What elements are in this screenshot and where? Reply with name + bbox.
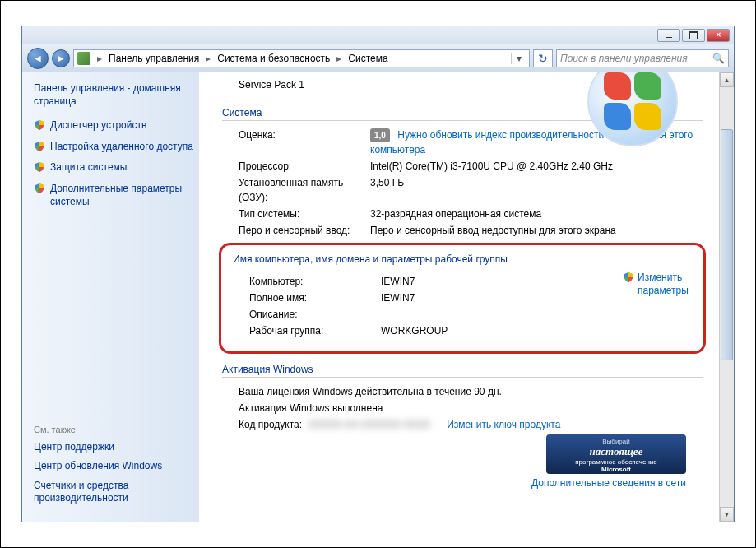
breadcrumb-sep: ▸ [206,53,211,64]
shield-icon [34,161,45,173]
scroll-down-button[interactable]: ▼ [720,507,734,522]
sidebar-see-also: См. также Центр поддержки Центр обновлен… [34,407,194,512]
genuine-software-banner[interactable]: Выбирай настоящее программное обеспечени… [546,434,686,474]
pen-touch-row: Перо и сенсорный ввод: Перо и сенсорный … [239,223,703,238]
product-key-label: Код продукта: [239,417,302,432]
workgroup-row: Рабочая группа: WORKGROUP [249,323,692,338]
address-bar[interactable]: ▸ Панель управления ▸ Система и безопасн… [73,49,530,67]
pen-touch-label: Перо и сенсорный ввод: [239,223,370,238]
activation-header: Активация Windows [222,364,703,378]
forward-button[interactable]: ► [52,49,70,67]
search-placeholder: Поиск в панели управления [560,53,688,64]
scroll-track[interactable] [720,87,734,507]
product-key-row: Код продукта: XXXXX-XX-XXXXXX-XXXX Измен… [239,417,703,432]
description-row: Описание: [249,307,692,322]
ram-row: Установленная память (ОЗУ): 3,50 ГБ [239,175,703,205]
sidebar: Панель управления - домашняя страница Ди… [22,72,199,522]
search-input[interactable]: Поиск в панели управления 🔍 [556,49,729,67]
window-frame: ◄ ► ▸ Панель управления ▸ Система и безо… [0,0,756,548]
change-key-link[interactable]: Изменить ключ продукта [447,417,560,432]
computer-label: Компьютер: [249,274,381,289]
control-panel-window: ◄ ► ▸ Панель управления ▸ Система и безо… [21,26,735,522]
license-row: Ваша лицензия Windows действительна в те… [239,384,703,399]
more-info-online-link[interactable]: Дополнительные сведения в сети [531,477,686,489]
breadcrumb-level2[interactable]: Система [348,53,387,64]
fullname-label: Полное имя: [249,290,381,305]
workgroup-value: WORKGROUP [381,323,692,338]
close-button[interactable] [707,29,730,42]
pen-touch-value: Перо и сенсорный ввод недоступны для это… [370,223,703,238]
main-content: Service Pack 1 Система Оценка: 1,0 Нужно… [199,72,719,522]
activation-status-row: Активация Windows выполнена [239,401,703,416]
windows-logo [587,72,686,155]
breadcrumb-root[interactable]: Панель управления [109,53,199,64]
address-dropdown[interactable]: ▾ [511,53,526,64]
computer-name-section-highlight: Имя компьютера, имя домена и параметры р… [219,243,706,354]
description-label: Описание: [249,307,381,322]
shield-icon [34,141,45,152]
sidebar-link-system-protection[interactable]: Защита системы [34,161,194,174]
maximize-button[interactable] [682,29,705,42]
scroll-thumb[interactable] [721,129,733,360]
system-type-value: 32-разрядная операционная система [370,207,703,221]
activation-status: Активация Windows выполнена [239,401,703,416]
sidebar-link-device-manager[interactable]: Диспетчер устройств [34,119,194,132]
breadcrumb-level1[interactable]: Система и безопасность [217,53,330,64]
shield-icon [623,272,634,283]
change-settings-link[interactable]: Изменить параметры [623,272,689,297]
breadcrumb-sep: ▸ [336,53,341,64]
control-panel-icon [77,52,90,65]
processor-label: Процессор: [239,159,370,174]
workgroup-label: Рабочая группа: [249,323,381,338]
description-value [381,307,692,322]
back-button[interactable]: ◄ [27,48,49,69]
minimize-button[interactable] [657,29,680,42]
sidebar-link-advanced-settings[interactable]: Дополнительные параметры системы [34,183,194,208]
vertical-scrollbar[interactable]: ▲ ▼ [719,72,734,522]
titlebar [22,26,734,44]
processor-value: Intel(R) Core(TM) i3-7100U CPU @ 2.40GHz… [370,159,703,174]
ram-label: Установленная память (ОЗУ): [239,175,370,205]
shield-icon [34,119,45,131]
scroll-up-button[interactable]: ▲ [720,72,734,87]
see-also-performance[interactable]: Счетчики и средства производительности [34,480,194,505]
license-text: Ваша лицензия Windows действительна в те… [239,384,703,399]
processor-row: Процессор: Intel(R) Core(TM) i3-7100U CP… [239,159,703,174]
breadcrumb-sep: ▸ [97,53,102,64]
system-type-row: Тип системы: 32-разрядная операционная с… [239,207,703,221]
refresh-button[interactable]: ↻ [533,49,553,67]
see-also-header: См. также [34,425,194,434]
rating-label: Оценка: [239,128,370,157]
rating-badge: 1,0 [370,128,390,142]
navigation-bar: ◄ ► ▸ Панель управления ▸ Система и безо… [22,44,734,72]
sidebar-home-link[interactable]: Панель управления - домашняя страница [34,82,194,108]
product-key-blurred: XXXXX-XX-XXXXXX-XXXX [308,417,430,432]
sidebar-link-remote-settings[interactable]: Настройка удаленного доступа [34,141,194,154]
see-also-action-center[interactable]: Центр поддержки [34,441,194,454]
computer-name-header: Имя компьютера, имя домена и параметры р… [233,253,692,267]
ram-value: 3,50 ГБ [370,175,703,205]
system-type-label: Тип системы: [239,207,370,221]
see-also-windows-update[interactable]: Центр обновления Windows [34,460,194,473]
search-icon: 🔍 [712,53,725,64]
shield-icon [34,183,45,194]
